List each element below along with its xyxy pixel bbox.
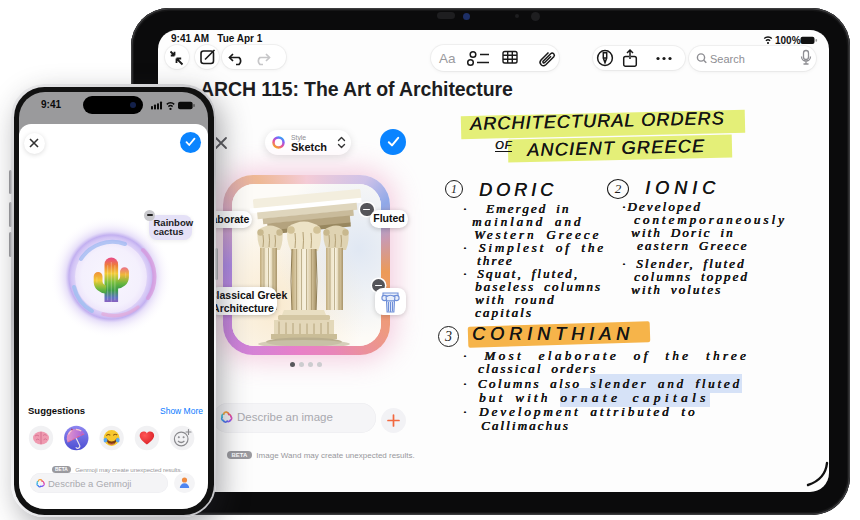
svg-text:Search: Search [710,53,745,65]
svg-text:Aa: Aa [439,51,456,66]
